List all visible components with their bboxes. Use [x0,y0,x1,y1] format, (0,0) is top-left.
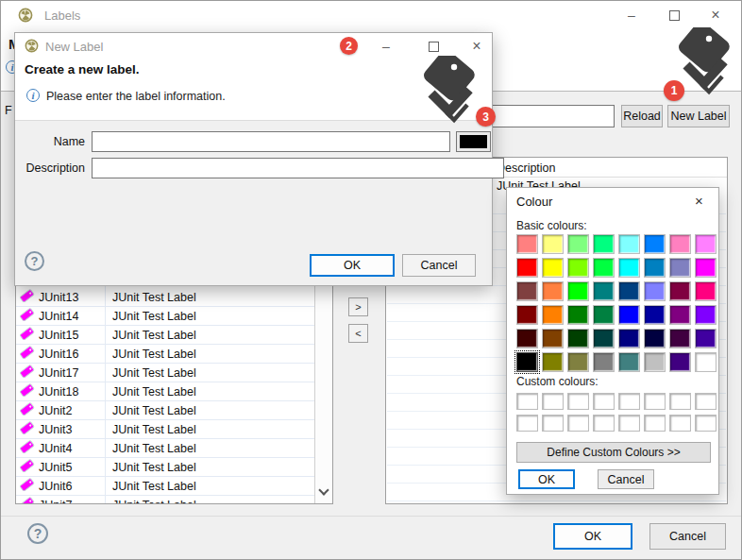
basic-colour-swatch[interactable] [695,305,717,325]
scroll-down-icon[interactable] [318,484,329,495]
description-column-header[interactable]: Description [497,161,556,175]
colour-picker-button[interactable] [456,131,491,152]
basic-colour-swatch[interactable] [618,305,640,325]
dialog-maximize-icon[interactable] [421,36,446,57]
help-icon[interactable]: ? [27,523,48,544]
custom-colour-swatch[interactable] [542,415,564,432]
basic-colour-swatch[interactable] [669,352,691,372]
table-row[interactable]: JUnit16 JUnit Test Label [16,345,314,364]
basic-colour-swatch[interactable] [516,234,538,254]
basic-colour-swatch[interactable] [618,258,640,278]
basic-colour-swatch[interactable] [695,352,717,372]
basic-colour-swatch[interactable] [695,234,717,254]
custom-colour-swatch[interactable] [695,415,717,432]
basic-colour-swatch[interactable] [644,258,666,278]
basic-colour-swatch[interactable] [644,352,666,372]
reload-button[interactable]: Reload [621,105,663,127]
table-row[interactable]: JUnit17 JUnit Test Label [16,364,314,382]
custom-colour-swatch[interactable] [695,393,717,410]
minimize-icon[interactable]: – [619,5,644,25]
custom-colour-swatch[interactable] [618,415,640,432]
basic-colour-swatch[interactable] [669,305,691,325]
define-custom-colours-button[interactable]: Define Custom Colours >> [516,442,711,463]
basic-colour-swatch[interactable] [669,258,691,278]
basic-colour-swatch[interactable] [516,305,538,325]
table-row[interactable]: JUnit4 JUnit Test Label [16,439,314,458]
colour-ok-button[interactable]: OK [518,469,575,489]
dialog-minimize-icon[interactable]: – [374,36,398,57]
dialog-ok-button[interactable]: OK [310,254,395,277]
colour-cancel-button[interactable]: Cancel [598,469,654,489]
basic-colour-swatch[interactable] [542,352,564,372]
basic-colour-swatch[interactable] [516,281,538,301]
basic-colour-swatch[interactable] [593,234,615,254]
table-row[interactable]: JUnit5 JUnit Test Label [16,458,314,477]
cancel-button[interactable]: Cancel [649,523,726,550]
basic-colour-swatch[interactable] [567,305,589,325]
table-row[interactable]: JUnit14 JUnit Test Label [16,307,314,326]
table-row[interactable]: JUnit6 JUnit Test Label [16,477,314,496]
basic-colour-swatch[interactable] [669,329,691,348]
table-row[interactable]: JUnit13 JUnit Test Label [16,288,314,307]
table-row[interactable]: JUnit18 JUnit Test Label [16,382,314,401]
custom-colour-swatch[interactable] [567,393,589,410]
ok-button[interactable]: OK [553,523,632,550]
basic-colour-swatch[interactable] [567,329,589,348]
basic-colour-swatch[interactable] [618,329,640,348]
basic-colour-swatch[interactable] [593,329,615,348]
custom-colour-swatch[interactable] [567,415,589,432]
custom-colour-swatch[interactable] [516,393,538,410]
basic-colour-swatch[interactable] [542,234,564,254]
basic-colour-swatch[interactable] [695,258,717,278]
basic-colour-swatch[interactable] [593,352,615,372]
basic-colour-swatch[interactable] [542,258,564,278]
table-row[interactable]: JUnit7 JUnit Test Label [16,496,314,504]
custom-colour-swatch[interactable] [618,393,640,410]
basic-colour-swatch[interactable] [644,305,666,325]
move-left-button[interactable]: < [348,324,368,343]
maximize-icon[interactable] [662,5,686,25]
basic-colour-swatch[interactable] [593,305,615,325]
dialog-cancel-button[interactable]: Cancel [402,254,476,277]
basic-colour-swatch[interactable] [618,281,640,301]
custom-colour-swatch[interactable] [593,415,615,432]
basic-colour-swatch[interactable] [644,281,666,301]
basic-colour-swatch[interactable] [516,352,538,372]
new-label-button[interactable]: New Label [667,105,730,127]
basic-colour-swatch[interactable] [695,281,717,301]
colour-dialog-close-icon[interactable]: × [695,193,703,209]
basic-colour-swatch[interactable] [567,258,589,278]
table-row[interactable]: JUnit15 JUnit Test Label [16,326,314,345]
basic-colour-swatch[interactable] [695,329,717,348]
basic-colour-swatch[interactable] [644,329,666,348]
dialog-close-icon[interactable]: × [464,36,489,57]
table-row[interactable]: JUnit3 JUnit Test Label [16,420,314,439]
basic-colour-swatch[interactable] [542,329,564,348]
description-input[interactable] [92,158,504,178]
basic-colour-swatch[interactable] [567,281,589,301]
basic-colour-swatch[interactable] [516,258,538,278]
basic-colour-swatch[interactable] [618,234,640,254]
close-icon[interactable]: × [703,5,728,25]
basic-colour-swatch[interactable] [644,234,666,254]
basic-colour-swatch[interactable] [516,329,538,348]
custom-colour-swatch[interactable] [644,393,666,410]
custom-colour-swatch[interactable] [669,393,691,410]
basic-colour-swatch[interactable] [567,234,589,254]
basic-colour-swatch[interactable] [618,352,640,372]
name-input[interactable] [92,131,450,152]
basic-colour-swatch[interactable] [542,305,564,325]
custom-colour-swatch[interactable] [542,393,564,410]
basic-colour-swatch[interactable] [669,234,691,254]
table-row[interactable]: JUnit2 JUnit Test Label [16,401,314,420]
custom-colour-swatch[interactable] [516,415,538,432]
move-right-button[interactable]: > [348,297,368,316]
basic-colour-swatch[interactable] [567,352,589,372]
basic-colour-swatch[interactable] [593,258,615,278]
basic-colour-swatch[interactable] [542,281,564,301]
custom-colour-swatch[interactable] [669,415,691,432]
custom-colour-swatch[interactable] [644,415,666,432]
basic-colour-swatch[interactable] [669,281,691,301]
dialog-help-icon[interactable]: ? [25,251,44,271]
basic-colour-swatch[interactable] [593,281,615,301]
